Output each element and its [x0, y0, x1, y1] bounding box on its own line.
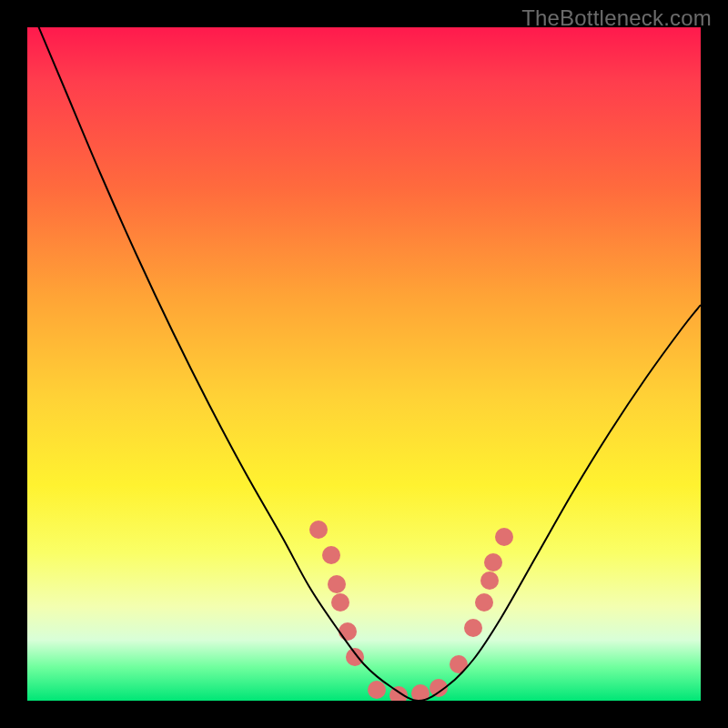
bottleneck-curve-path	[27, 27, 701, 701]
marker-dot	[495, 528, 513, 546]
marker-dot	[328, 575, 346, 593]
marker-dot	[339, 622, 357, 641]
marker-dot	[484, 553, 502, 571]
marker-dot	[322, 546, 340, 564]
marker-dot	[309, 521, 328, 539]
marker-dot	[480, 571, 499, 590]
marker-dot	[475, 593, 493, 612]
chart-svg	[27, 27, 701, 701]
markers-group	[309, 521, 513, 701]
marker-dot	[368, 681, 386, 699]
marker-dot	[346, 648, 364, 666]
marker-dot	[464, 619, 482, 637]
plot-area	[27, 27, 701, 701]
marker-dot	[331, 593, 349, 612]
chart-frame: TheBottleneck.com	[0, 0, 728, 728]
